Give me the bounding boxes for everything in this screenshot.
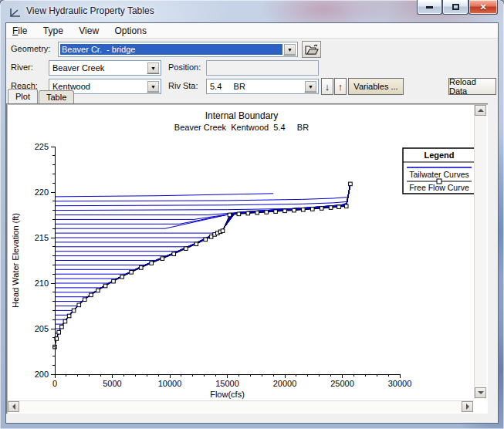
horizontal-scrollbar[interactable]	[8, 400, 474, 412]
riv-sta-value: 5.4 BR	[208, 81, 303, 92]
svg-text:Head Water Elevation (ft): Head Water Elevation (ft)	[11, 213, 20, 308]
menu-view[interactable]: View	[73, 23, 105, 38]
menu-bar: File Type View Options	[6, 23, 498, 39]
triangle-down-icon	[478, 391, 484, 397]
river-combobox[interactable]: Beaver Creek ▼	[49, 60, 161, 76]
chart-subtitle: Beaver Creek Kentwood 5.4 BR	[174, 123, 309, 132]
close-icon: ✕	[479, 3, 486, 12]
river-label: River:	[11, 62, 33, 72]
svg-text:20000: 20000	[273, 379, 297, 388]
free-flow-curve-series	[53, 182, 353, 349]
legend-title: Legend	[424, 150, 454, 160]
triangle-left-icon	[9, 404, 15, 410]
svg-text:215: 215	[35, 233, 49, 242]
client-area: File Type View Options Geometry: Beaver …	[6, 23, 498, 423]
scroll-down-button[interactable]	[475, 387, 486, 398]
maximize-button[interactable]	[442, 0, 468, 15]
titlebar[interactable]: View Hydraulic Property Tables ✕	[0, 0, 504, 23]
chevron-down-icon[interactable]: ▼	[283, 43, 296, 56]
river-value: Beaver Creek	[51, 62, 146, 73]
plot-panel: Internal Boundary Beaver Creek Kentwood …	[6, 103, 488, 414]
geometry-label: Geometry:	[11, 44, 50, 53]
open-geometry-file-button[interactable]	[302, 41, 321, 58]
svg-text:15000: 15000	[215, 379, 239, 388]
app-icon	[9, 6, 22, 19]
svg-text:205: 205	[35, 324, 49, 333]
svg-text:30000: 30000	[388, 379, 412, 388]
chevron-down-icon[interactable]: ▼	[147, 62, 160, 74]
variables-button[interactable]: Variables ...	[348, 78, 404, 95]
geometry-value: Beaver Cr. - bridge	[60, 44, 282, 55]
menu-options[interactable]: Options	[109, 23, 153, 38]
svg-text:25000: 25000	[330, 379, 354, 388]
triangle-right-icon	[466, 404, 472, 410]
svg-text:225: 225	[35, 142, 49, 151]
reload-data-button[interactable]: Reload Data	[448, 78, 496, 95]
legend-tailwater-label: Tailwater Curves	[409, 170, 469, 179]
svg-text:220: 220	[35, 187, 49, 197]
legend-freeflow-label: Free Flow Curve	[409, 183, 469, 192]
close-button[interactable]: ✕	[468, 0, 498, 15]
geometry-combobox[interactable]: Beaver Cr. - bridge ▼	[58, 42, 298, 57]
vertical-scrollbar[interactable]	[474, 105, 486, 399]
tab-plot[interactable]: Plot	[8, 89, 38, 103]
chevron-down-icon[interactable]: ▼	[147, 80, 160, 93]
minimize-button[interactable]	[417, 0, 442, 15]
svg-text:210: 210	[35, 279, 49, 288]
chevron-down-icon[interactable]: ▼	[304, 80, 317, 93]
chart-legend: Legend Tailwater Curves Free Flow Curve	[403, 148, 475, 194]
tab-table[interactable]: Table	[39, 90, 74, 103]
chart-title: Internal Boundary	[205, 110, 279, 121]
open-folder-icon	[305, 44, 319, 55]
svg-text:5000: 5000	[103, 379, 121, 388]
riv-sta-label: Riv Sta:	[168, 81, 198, 90]
riv-sta-up-button[interactable]: ↑	[334, 78, 347, 95]
menu-file[interactable]: File	[6, 23, 33, 38]
chart-axes: 0500010000150002000025000300002002052102…	[11, 142, 411, 399]
app-window: View Hydraulic Property Tables ✕ File Ty…	[0, 0, 504, 429]
plot-canvas: Internal Boundary Beaver Creek Kentwood …	[8, 105, 475, 399]
scroll-up-button[interactable]	[475, 105, 486, 116]
position-field[interactable]	[206, 60, 319, 76]
svg-text:Flow(cfs): Flow(cfs)	[210, 390, 245, 399]
chart-area: Internal Boundary Beaver Creek Kentwood …	[8, 105, 475, 399]
window-title: View Hydraulic Property Tables	[26, 5, 154, 16]
svg-text:10000: 10000	[158, 379, 182, 388]
scroll-left-button[interactable]	[8, 401, 19, 412]
scroll-right-button[interactable]	[462, 401, 473, 412]
tailwater-curves-series	[55, 184, 350, 343]
menu-type[interactable]: Type	[37, 23, 69, 38]
position-label: Position:	[168, 62, 201, 72]
maximize-icon	[452, 4, 459, 10]
riv-sta-combobox[interactable]: 5.4 BR ▼	[206, 79, 319, 94]
triangle-up-icon	[478, 106, 484, 112]
svg-text:200: 200	[35, 370, 49, 379]
riv-sta-down-button[interactable]: ↓	[321, 78, 333, 95]
svg-text:0: 0	[52, 379, 57, 388]
minimize-icon	[426, 6, 433, 8]
